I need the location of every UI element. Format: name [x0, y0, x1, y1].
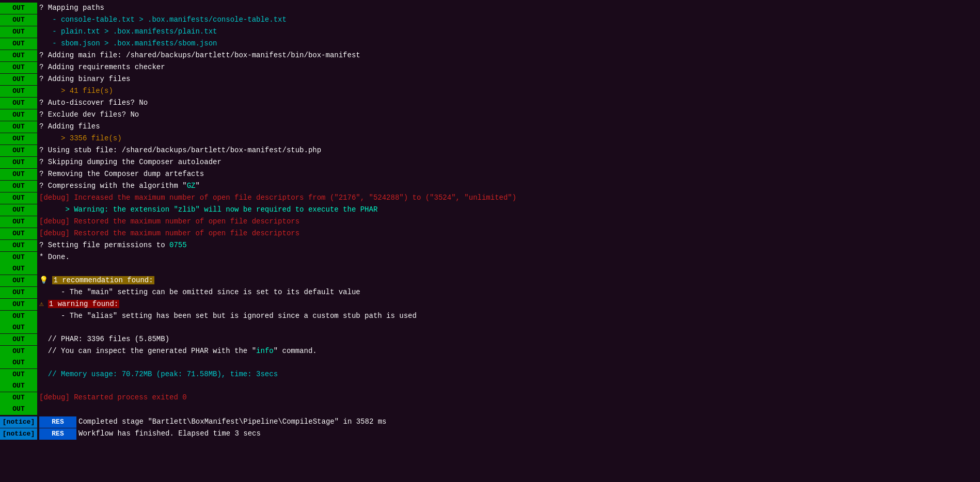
badge-out: OUT [0, 299, 37, 310]
line-5: OUT ? Adding main file: /shared/backups/… [0, 50, 980, 61]
line-22: OUT * Done. [0, 251, 980, 263]
line-27: OUT - The "alias" setting has been set b… [0, 310, 980, 322]
badge-out: OUT [0, 334, 37, 345]
line-content: ? Removing the Composer dump artefacts [39, 168, 980, 180]
badge-out: OUT [0, 74, 37, 85]
line-23: OUT [0, 263, 980, 275]
line-12: OUT > 3356 file(s) [0, 133, 980, 144]
line-24: OUT 💡 1 recommendation found: [0, 275, 980, 286]
badge-res: RES [39, 428, 76, 440]
line-content: ? Auto-discover files? No [39, 97, 980, 108]
badge-out: OUT [0, 252, 37, 263]
badge-out: OUT [0, 346, 37, 357]
badge-out: OUT [0, 357, 37, 368]
line-21: OUT ? Setting file permissions to 0755 [0, 239, 980, 251]
badge-out: OUT [0, 109, 37, 121]
badge-out: OUT [0, 192, 37, 204]
line-content: ? Adding binary files [39, 73, 980, 85]
line-content: - plain.txt > .box.manifests/plain.txt [39, 26, 980, 37]
line-32: OUT // Memory usage: 70.72MB (peak: 71.5… [0, 368, 980, 380]
line-3: OUT - plain.txt > .box.manifests/plain.t… [0, 26, 980, 38]
warning-highlight: 1 warning found: [48, 300, 119, 308]
line-content: // PHAR: 3396 files (5.85MB) [39, 333, 980, 345]
line-9: OUT ? Auto-discover files? No [0, 97, 980, 109]
line-33: OUT [0, 380, 980, 392]
line-6: OUT ? Adding requirements checker [0, 61, 980, 73]
line-15: OUT ? Removing the Composer dump artefac… [0, 168, 980, 180]
line-content: [debug] Restored the maximum number of o… [39, 216, 980, 227]
line-content: [debug] Restored the maximum number of o… [39, 228, 980, 239]
line-content: ⚠ 1 warning found: [39, 298, 980, 310]
line-content: - sbom.json > .box.manifests/sbom.json [39, 38, 980, 49]
badge-out: OUT [0, 157, 37, 168]
line-content: ? Skipping dumping the Composer autoload… [39, 156, 980, 168]
notice-line-1: [notice] RES Completed stage "Bartlett\B… [0, 416, 980, 428]
badge-out: OUT [0, 38, 37, 50]
line-19: OUT [debug] Restored the maximum number … [0, 216, 980, 228]
badge-out: OUT [0, 133, 37, 144]
badge-out: OUT [0, 14, 37, 26]
line-31: OUT [0, 357, 980, 368]
warning-icon: ⚠ [39, 300, 48, 308]
bottom-bar: [notice] RES Completed stage "Bartlett\B… [0, 416, 980, 440]
line-content: * Done. [39, 251, 980, 263]
line-content: [debug] Increased the maximum number of … [39, 192, 980, 203]
badge-out: OUT [0, 181, 37, 192]
gz-code: GZ [187, 182, 196, 190]
line-35: OUT [0, 404, 980, 415]
line-content: // Memory usage: 70.72MB (peak: 71.58MB)… [39, 368, 980, 380]
badge-out: OUT [0, 287, 37, 298]
terminal: OUT ? Mapping paths OUT - console-table.… [0, 0, 980, 482]
badge-out: OUT [0, 98, 37, 109]
badge-res: RES [39, 416, 76, 428]
badge-out: OUT [0, 169, 37, 180]
perm-code: 0755 [169, 241, 187, 249]
badge-out: OUT [0, 145, 37, 156]
badge-out: OUT [0, 26, 37, 38]
line-4: OUT - sbom.json > .box.manifests/sbom.js… [0, 38, 980, 50]
badge-out: OUT [0, 228, 37, 239]
line-16: OUT ? Compressing with the algorithm "GZ… [0, 180, 980, 192]
line-content: // You can inspect the generated PHAR wi… [39, 345, 980, 357]
line-content: ? Adding requirements checker [39, 61, 980, 73]
line-8: OUT > 41 file(s) [0, 85, 980, 97]
badge-out: OUT [0, 240, 37, 251]
line-26: OUT ⚠ 1 warning found: [0, 298, 980, 310]
line-14: OUT ? Skipping dumping the Composer auto… [0, 156, 980, 168]
line-20: OUT [debug] Restored the maximum number … [0, 228, 980, 239]
badge-out: OUT [0, 275, 37, 286]
notice-content-2: Workflow has finished. Elapsed time 3 se… [78, 428, 980, 439]
line-content: > Warning: the extension "zlib" will now… [39, 204, 980, 215]
badge-out: OUT [0, 86, 37, 97]
line-content: - The "alias" setting has been set but i… [39, 310, 980, 322]
badge-notice: [notice] [0, 428, 37, 440]
badge-out: OUT [0, 3, 37, 14]
line-content: ? Exclude dev files? No [39, 109, 980, 120]
badge-out: OUT [0, 369, 37, 380]
line-34: OUT [debug] Restarted process exited 0 [0, 392, 980, 404]
badge-out: OUT [0, 392, 37, 404]
notice-content-1: Completed stage "Bartlett\BoxManifest\Pi… [78, 416, 980, 427]
badge-out: OUT [0, 216, 37, 228]
badge-notice: [notice] [0, 416, 37, 428]
line-content: [debug] Restarted process exited 0 [39, 392, 980, 403]
recommendation-highlight: 1 recommendation found: [52, 276, 154, 284]
badge-out: OUT [0, 263, 37, 275]
badge-out: OUT [0, 322, 37, 333]
line-10: OUT ? Exclude dev files? No [0, 109, 980, 121]
badge-out: OUT [0, 311, 37, 322]
line-1: OUT ? Mapping paths [0, 2, 980, 14]
badge-out: OUT [0, 404, 37, 415]
info-code: info [256, 347, 274, 355]
line-content: ? Compressing with the algorithm "GZ" [39, 180, 980, 191]
line-17: OUT [debug] Increased the maximum number… [0, 192, 980, 204]
line-content: > 3356 file(s) [39, 133, 980, 144]
bulb-icon: 💡 [39, 276, 52, 284]
line-content: > 41 file(s) [39, 85, 980, 97]
line-content: ? Using stub file: /shared/backups/bartl… [39, 144, 980, 156]
line-content: ? Adding files [39, 121, 980, 132]
line-content: ? Setting file permissions to 0755 [39, 239, 980, 251]
line-18: OUT > Warning: the extension "zlib" will… [0, 204, 980, 216]
line-content: ? Mapping paths [39, 2, 980, 13]
badge-out: OUT [0, 50, 37, 61]
